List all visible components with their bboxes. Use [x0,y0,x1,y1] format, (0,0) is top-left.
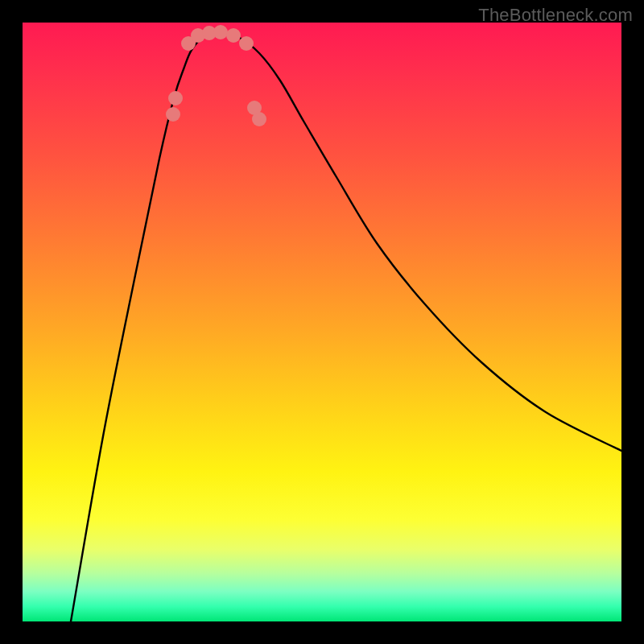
highlight-point [168,91,183,105]
highlight-point [166,107,180,122]
highlight-point [239,36,254,51]
highlight-point [252,112,266,126]
highlight-point [213,25,228,39]
plot-area [23,23,621,621]
highlight-point [226,28,241,43]
bottleneck-curve [71,32,621,621]
chart-svg [23,23,621,621]
outer-frame: TheBottleneck.com [0,0,644,644]
